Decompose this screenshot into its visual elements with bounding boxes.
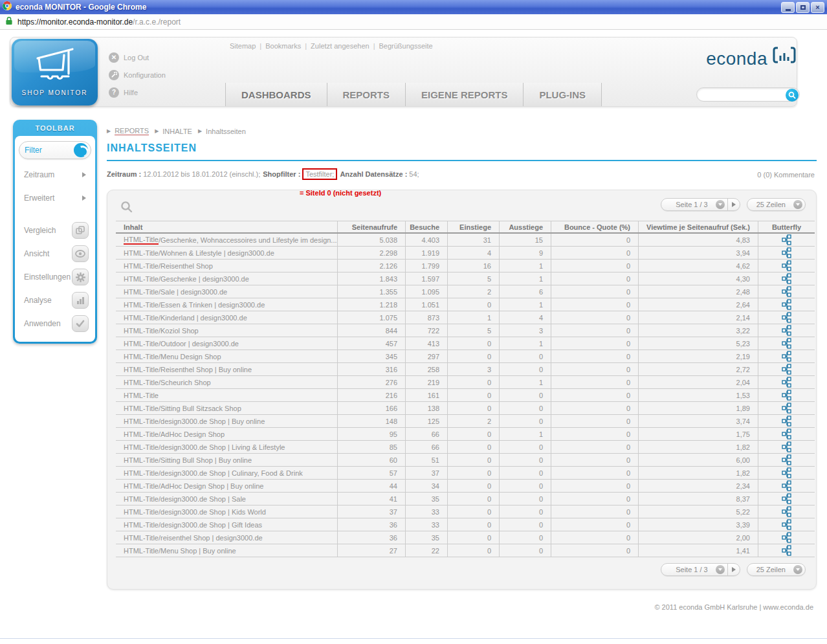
butterfly-icon[interactable] <box>782 351 791 362</box>
toolbar-body: FilterZeitraumErweitertVergleichAnsichtE… <box>15 136 95 342</box>
butterfly-icon[interactable] <box>782 416 791 427</box>
breadcrumb-arrow-icon: ▶ <box>155 128 159 134</box>
cell-butterfly <box>758 493 815 505</box>
butterfly-icon[interactable] <box>782 493 791 504</box>
table-row: HTML-Title/Sitting Bull Shop | Buy onlin… <box>116 454 815 467</box>
search-button[interactable] <box>786 89 799 102</box>
butterfly-icon[interactable] <box>782 338 791 349</box>
toolbar-item-zeitraum[interactable]: Zeitraum <box>19 163 91 186</box>
next-page-button[interactable] <box>728 567 740 572</box>
toolbar-item-ansicht[interactable]: Ansicht <box>19 242 91 265</box>
chart-icon[interactable] <box>72 292 89 309</box>
quick-link-2[interactable]: Bookmarks <box>265 42 301 50</box>
butterfly-icon[interactable] <box>782 390 791 401</box>
next-page-button[interactable] <box>728 202 740 207</box>
butterfly-icon[interactable] <box>782 234 791 245</box>
cell-butterfly <box>758 467 815 479</box>
column-header-1[interactable]: Inhalt <box>116 221 337 232</box>
page-selector[interactable]: Seite 1 / 3 <box>661 198 740 211</box>
cell-bouncequote: 0 <box>551 402 638 414</box>
search-input[interactable] <box>703 89 780 100</box>
cell-ausstiege: 1 <box>499 376 551 388</box>
tab-plug-ins[interactable]: PLUG-INS <box>523 83 602 106</box>
page-dropdown-icon[interactable] <box>716 200 725 209</box>
tab-reports[interactable]: REPORTS <box>327 83 406 106</box>
quick-link-1[interactable]: Sitemap <box>230 42 256 50</box>
cell-ausstiege: 0 <box>499 518 551 531</box>
account-link-hilfe[interactable]: ?Hilfe <box>109 83 166 101</box>
page-selector[interactable]: Seite 1 / 3 <box>661 563 740 576</box>
butterfly-icon[interactable] <box>782 377 791 388</box>
gear-icon[interactable] <box>72 269 89 285</box>
butterfly-icon[interactable] <box>782 480 791 491</box>
column-header-6[interactable]: Bounce - Quote (%) <box>551 221 638 232</box>
butterfly-icon[interactable] <box>782 532 791 543</box>
breadcrumb-item-inhalte[interactable]: INHALTE <box>162 128 192 135</box>
url-text[interactable]: https://monitor.econda-monitor.de/r.a.c.… <box>17 17 181 27</box>
toolbar-item-erweitert[interactable]: Erweitert <box>19 186 91 210</box>
tab-eigene-reports[interactable]: EIGENE REPORTS <box>405 83 523 106</box>
column-header-4[interactable]: Einstiege <box>447 221 499 232</box>
butterfly-icon[interactable] <box>782 299 791 310</box>
eye-icon[interactable] <box>72 245 89 262</box>
filter-value: 54; <box>409 170 419 178</box>
table-row: HTML-Title/Scheurich Shop2762190102,04 <box>116 376 815 389</box>
toolbar-item-anwenden[interactable]: Anwenden <box>19 312 91 335</box>
column-header-2[interactable]: Seitenaufrufe <box>337 221 405 232</box>
restore-button[interactable] <box>796 2 810 13</box>
breadcrumb-item-inhaltsseiten[interactable]: Inhaltsseiten <box>206 128 246 135</box>
butterfly-icon[interactable] <box>782 454 791 465</box>
rows-per-page-selector[interactable]: 25 Zeilen <box>747 563 806 576</box>
quick-link-4[interactable]: Begrüßungsseite <box>379 42 432 50</box>
shop-monitor-tile[interactable]: SHOP MONITOR <box>12 39 98 105</box>
butterfly-icon[interactable] <box>782 312 791 323</box>
butterfly-icon[interactable] <box>782 441 791 452</box>
account-link-konfiguration[interactable]: Konfiguration <box>109 66 166 83</box>
breadcrumb-item-reports[interactable]: REPORTS <box>115 127 149 135</box>
toolbar-item-einstellungen[interactable]: Einstellungen <box>19 265 91 289</box>
cell-inhalt: HTML-Title/AdHoc Design Shop | Buy onlin… <box>116 480 337 492</box>
butterfly-icon[interactable] <box>782 519 791 530</box>
butterfly-icon[interactable] <box>782 428 791 439</box>
cell-seitenaufrufe: 95 <box>337 428 405 440</box>
butterfly-icon[interactable] <box>782 506 791 517</box>
toolbar-item-label: Filter <box>25 146 74 155</box>
butterfly-icon[interactable] <box>782 403 791 414</box>
account-link-log-out[interactable]: ✕Log Out <box>109 49 166 66</box>
butterfly-icon[interactable] <box>782 247 791 258</box>
cell-seitenaufrufe: 2.126 <box>337 260 405 272</box>
column-header-8[interactable]: Butterfly <box>758 221 815 232</box>
rows-dropdown-icon[interactable] <box>793 565 802 574</box>
cell-ausstiege: 15 <box>499 234 551 246</box>
compare-icon[interactable] <box>72 222 89 239</box>
butterfly-icon[interactable] <box>782 545 791 556</box>
butterfly-icon[interactable] <box>782 364 791 375</box>
rows-per-page-selector[interactable]: 25 Zeilen <box>747 198 806 211</box>
butterfly-icon[interactable] <box>782 286 791 297</box>
page-dropdown-icon[interactable] <box>716 565 725 574</box>
column-header-7[interactable]: Viewtime je Seitenaufruf (Sek.) <box>638 221 758 232</box>
table-search-icon[interactable] <box>120 201 133 216</box>
butterfly-icon[interactable] <box>782 273 791 284</box>
cell-viewtimejeseitenaufrufsek: 6,00 <box>638 454 758 466</box>
toolbar-item-vergleich[interactable]: Vergleich <box>19 219 91 242</box>
tab-dashboards[interactable]: DASHBOARDS <box>225 83 327 106</box>
minimize-button[interactable] <box>781 2 795 13</box>
address-bar[interactable]: https://monitor.econda-monitor.de/r.a.c.… <box>0 14 827 30</box>
butterfly-icon[interactable] <box>782 467 791 478</box>
cell-seitenaufrufe: 148 <box>337 415 405 427</box>
cell-einstiege: 0 <box>447 454 499 466</box>
toolbar-item-analyse[interactable]: Analyse <box>19 289 91 312</box>
check-icon[interactable] <box>72 315 89 332</box>
rows-dropdown-icon[interactable] <box>793 200 802 209</box>
comments-link[interactable]: 0 (0) Kommentare <box>757 171 815 179</box>
column-header-3[interactable]: Besuche <box>405 221 447 232</box>
toolbar-item-filter[interactable]: Filter <box>19 141 91 159</box>
butterfly-icon[interactable] <box>782 325 791 336</box>
butterfly-icon[interactable] <box>782 260 791 271</box>
quick-link-3[interactable]: Zuletzt angesehen <box>311 42 369 50</box>
close-button[interactable]: × <box>811 2 824 13</box>
cell-inhalt: HTML-Title/Outdoor | design3000.de <box>116 337 337 350</box>
column-header-5[interactable]: Ausstiege <box>499 221 551 232</box>
cell-besuche: 35 <box>405 531 447 544</box>
